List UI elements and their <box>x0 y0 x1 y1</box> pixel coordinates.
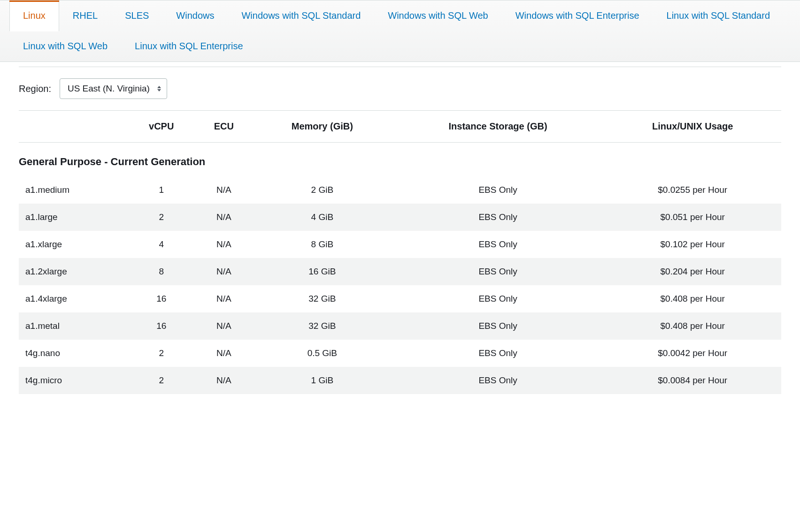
instance-name: a1.4xlarge <box>19 285 128 312</box>
col-storage: Instance Storage (GB) <box>392 111 604 143</box>
price-value: $0.204 per Hour <box>604 258 781 285</box>
col-vcpu: vCPU <box>128 111 195 143</box>
ecu-value: N/A <box>195 312 253 340</box>
vcpu-value: 1 <box>128 176 195 204</box>
price-value: $0.0084 per Hour <box>604 367 781 394</box>
table-row: a1.xlarge4N/A8 GiBEBS Only$0.102 per Hou… <box>19 231 781 258</box>
table-row: a1.4xlarge16N/A32 GiBEBS Only$0.408 per … <box>19 285 781 312</box>
ecu-value: N/A <box>195 176 253 204</box>
ecu-value: N/A <box>195 367 253 394</box>
table-row: a1.2xlarge8N/A16 GiBEBS Only$0.204 per H… <box>19 258 781 285</box>
instance-name: a1.xlarge <box>19 231 128 258</box>
pricing-table: vCPU ECU Memory (GiB) Instance Storage (… <box>19 111 781 394</box>
tab-windows-with-sql-web[interactable]: Windows with SQL Web <box>374 0 501 31</box>
instance-name: t4g.micro <box>19 367 128 394</box>
table-header-row: vCPU ECU Memory (GiB) Instance Storage (… <box>19 111 781 143</box>
vcpu-value: 4 <box>128 231 195 258</box>
table-row: t4g.micro2N/A1 GiBEBS Only$0.0084 per Ho… <box>19 367 781 394</box>
region-row: Region: US East (N. Virginia) <box>19 67 781 111</box>
memory-value: 0.5 GiB <box>253 340 392 367</box>
memory-value: 8 GiB <box>253 231 392 258</box>
table-row: a1.large2N/A4 GiBEBS Only$0.051 per Hour <box>19 204 781 231</box>
storage-value: EBS Only <box>392 231 604 258</box>
instance-name: a1.medium <box>19 176 128 204</box>
price-value: $0.051 per Hour <box>604 204 781 231</box>
memory-value: 32 GiB <box>253 312 392 340</box>
table-row: a1.medium1N/A2 GiBEBS Only$0.0255 per Ho… <box>19 176 781 204</box>
storage-value: EBS Only <box>392 312 604 340</box>
col-memory: Memory (GiB) <box>253 111 392 143</box>
region-select[interactable]: US East (N. Virginia) <box>60 78 167 99</box>
price-value: $0.0255 per Hour <box>604 176 781 204</box>
ecu-value: N/A <box>195 258 253 285</box>
memory-value: 16 GiB <box>253 258 392 285</box>
sort-icon <box>157 86 161 91</box>
pricing-content: Region: US East (N. Virginia) vCPU ECU M… <box>0 67 800 394</box>
price-value: $0.408 per Hour <box>604 285 781 312</box>
tab-linux-with-sql-web[interactable]: Linux with SQL Web <box>9 31 121 61</box>
memory-value: 1 GiB <box>253 367 392 394</box>
region-selected-value: US East (N. Virginia) <box>68 84 150 94</box>
table-row: a1.metal16N/A32 GiBEBS Only$0.408 per Ho… <box>19 312 781 340</box>
ecu-value: N/A <box>195 340 253 367</box>
vcpu-value: 16 <box>128 312 195 340</box>
memory-value: 4 GiB <box>253 204 392 231</box>
tab-windows-with-sql-standard[interactable]: Windows with SQL Standard <box>228 0 374 31</box>
vcpu-value: 2 <box>128 204 195 231</box>
tab-rhel[interactable]: RHEL <box>59 0 111 31</box>
vcpu-value: 2 <box>128 340 195 367</box>
storage-value: EBS Only <box>392 340 604 367</box>
col-usage: Linux/UNIX Usage <box>604 111 781 143</box>
price-value: $0.102 per Hour <box>604 231 781 258</box>
instance-name: a1.large <box>19 204 128 231</box>
storage-value: EBS Only <box>392 367 604 394</box>
col-ecu: ECU <box>195 111 253 143</box>
vcpu-value: 2 <box>128 367 195 394</box>
ecu-value: N/A <box>195 231 253 258</box>
section-title-row: General Purpose - Current Generation <box>19 143 781 177</box>
tab-windows[interactable]: Windows <box>162 0 228 31</box>
ecu-value: N/A <box>195 285 253 312</box>
col-instance <box>19 111 128 143</box>
tab-linux[interactable]: Linux <box>9 0 59 31</box>
storage-value: EBS Only <box>392 176 604 204</box>
os-tabs: LinuxRHELSLESWindowsWindows with SQL Sta… <box>0 0 800 62</box>
vcpu-value: 16 <box>128 285 195 312</box>
storage-value: EBS Only <box>392 285 604 312</box>
price-value: $0.408 per Hour <box>604 312 781 340</box>
instance-name: t4g.nano <box>19 340 128 367</box>
region-label: Region: <box>19 84 51 94</box>
tab-linux-with-sql-standard[interactable]: Linux with SQL Standard <box>653 0 784 31</box>
vcpu-value: 8 <box>128 258 195 285</box>
price-value: $0.0042 per Hour <box>604 340 781 367</box>
section-title: General Purpose - Current Generation <box>19 143 781 177</box>
memory-value: 2 GiB <box>253 176 392 204</box>
memory-value: 32 GiB <box>253 285 392 312</box>
ecu-value: N/A <box>195 204 253 231</box>
tab-sles[interactable]: SLES <box>111 0 162 31</box>
storage-value: EBS Only <box>392 258 604 285</box>
tab-linux-with-sql-enterprise[interactable]: Linux with SQL Enterprise <box>121 31 256 61</box>
storage-value: EBS Only <box>392 204 604 231</box>
tab-windows-with-sql-enterprise[interactable]: Windows with SQL Enterprise <box>502 0 653 31</box>
table-row: t4g.nano2N/A0.5 GiBEBS Only$0.0042 per H… <box>19 340 781 367</box>
instance-name: a1.2xlarge <box>19 258 128 285</box>
instance-name: a1.metal <box>19 312 128 340</box>
